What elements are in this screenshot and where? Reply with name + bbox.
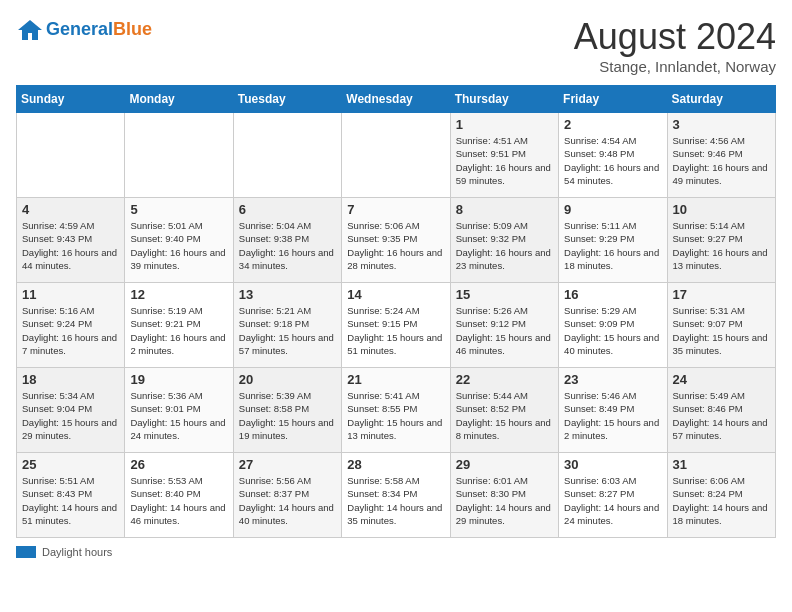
legend-box <box>16 546 36 558</box>
day-detail: Sunrise: 5:53 AM Sunset: 8:40 PM Dayligh… <box>130 474 227 527</box>
calendar-day-cell: 28Sunrise: 5:58 AM Sunset: 8:34 PM Dayli… <box>342 453 450 538</box>
day-detail: Sunrise: 5:04 AM Sunset: 9:38 PM Dayligh… <box>239 219 336 272</box>
day-number: 15 <box>456 287 553 302</box>
calendar-day-cell <box>233 113 341 198</box>
day-detail: Sunrise: 5:36 AM Sunset: 9:01 PM Dayligh… <box>130 389 227 442</box>
calendar-day-cell: 7Sunrise: 5:06 AM Sunset: 9:35 PM Daylig… <box>342 198 450 283</box>
calendar-day-cell: 17Sunrise: 5:31 AM Sunset: 9:07 PM Dayli… <box>667 283 775 368</box>
calendar-day-cell: 8Sunrise: 5:09 AM Sunset: 9:32 PM Daylig… <box>450 198 558 283</box>
calendar-week-row: 18Sunrise: 5:34 AM Sunset: 9:04 PM Dayli… <box>17 368 776 453</box>
day-number: 6 <box>239 202 336 217</box>
calendar-header-cell: Tuesday <box>233 86 341 113</box>
day-detail: Sunrise: 5:24 AM Sunset: 9:15 PM Dayligh… <box>347 304 444 357</box>
title-block: August 2024 Stange, Innlandet, Norway <box>574 16 776 75</box>
day-number: 16 <box>564 287 661 302</box>
day-detail: Sunrise: 5:19 AM Sunset: 9:21 PM Dayligh… <box>130 304 227 357</box>
day-detail: Sunrise: 5:58 AM Sunset: 8:34 PM Dayligh… <box>347 474 444 527</box>
calendar-header-cell: Wednesday <box>342 86 450 113</box>
day-number: 30 <box>564 457 661 472</box>
day-number: 4 <box>22 202 119 217</box>
calendar-day-cell: 12Sunrise: 5:19 AM Sunset: 9:21 PM Dayli… <box>125 283 233 368</box>
day-number: 2 <box>564 117 661 132</box>
day-detail: Sunrise: 5:46 AM Sunset: 8:49 PM Dayligh… <box>564 389 661 442</box>
calendar-week-row: 11Sunrise: 5:16 AM Sunset: 9:24 PM Dayli… <box>17 283 776 368</box>
calendar-day-cell: 22Sunrise: 5:44 AM Sunset: 8:52 PM Dayli… <box>450 368 558 453</box>
logo-icon <box>16 16 44 44</box>
calendar-day-cell: 6Sunrise: 5:04 AM Sunset: 9:38 PM Daylig… <box>233 198 341 283</box>
calendar-day-cell: 21Sunrise: 5:41 AM Sunset: 8:55 PM Dayli… <box>342 368 450 453</box>
day-detail: Sunrise: 5:41 AM Sunset: 8:55 PM Dayligh… <box>347 389 444 442</box>
calendar-day-cell: 23Sunrise: 5:46 AM Sunset: 8:49 PM Dayli… <box>559 368 667 453</box>
day-detail: Sunrise: 5:21 AM Sunset: 9:18 PM Dayligh… <box>239 304 336 357</box>
day-number: 20 <box>239 372 336 387</box>
day-detail: Sunrise: 5:31 AM Sunset: 9:07 PM Dayligh… <box>673 304 770 357</box>
calendar-day-cell: 2Sunrise: 4:54 AM Sunset: 9:48 PM Daylig… <box>559 113 667 198</box>
calendar-day-cell <box>125 113 233 198</box>
day-number: 21 <box>347 372 444 387</box>
day-detail: Sunrise: 5:29 AM Sunset: 9:09 PM Dayligh… <box>564 304 661 357</box>
day-number: 1 <box>456 117 553 132</box>
calendar-day-cell: 9Sunrise: 5:11 AM Sunset: 9:29 PM Daylig… <box>559 198 667 283</box>
calendar-day-cell: 20Sunrise: 5:39 AM Sunset: 8:58 PM Dayli… <box>233 368 341 453</box>
calendar-day-cell: 15Sunrise: 5:26 AM Sunset: 9:12 PM Dayli… <box>450 283 558 368</box>
calendar-header-cell: Sunday <box>17 86 125 113</box>
calendar-day-cell <box>342 113 450 198</box>
day-detail: Sunrise: 4:54 AM Sunset: 9:48 PM Dayligh… <box>564 134 661 187</box>
day-detail: Sunrise: 5:34 AM Sunset: 9:04 PM Dayligh… <box>22 389 119 442</box>
day-detail: Sunrise: 5:56 AM Sunset: 8:37 PM Dayligh… <box>239 474 336 527</box>
calendar-day-cell: 25Sunrise: 5:51 AM Sunset: 8:43 PM Dayli… <box>17 453 125 538</box>
calendar-week-row: 4Sunrise: 4:59 AM Sunset: 9:43 PM Daylig… <box>17 198 776 283</box>
legend: Daylight hours <box>16 546 776 558</box>
calendar-week-row: 25Sunrise: 5:51 AM Sunset: 8:43 PM Dayli… <box>17 453 776 538</box>
calendar-day-cell: 27Sunrise: 5:56 AM Sunset: 8:37 PM Dayli… <box>233 453 341 538</box>
calendar-week-row: 1Sunrise: 4:51 AM Sunset: 9:51 PM Daylig… <box>17 113 776 198</box>
day-detail: Sunrise: 5:11 AM Sunset: 9:29 PM Dayligh… <box>564 219 661 272</box>
day-detail: Sunrise: 4:51 AM Sunset: 9:51 PM Dayligh… <box>456 134 553 187</box>
day-detail: Sunrise: 5:16 AM Sunset: 9:24 PM Dayligh… <box>22 304 119 357</box>
day-number: 13 <box>239 287 336 302</box>
day-number: 11 <box>22 287 119 302</box>
calendar-day-cell: 1Sunrise: 4:51 AM Sunset: 9:51 PM Daylig… <box>450 113 558 198</box>
calendar-day-cell: 18Sunrise: 5:34 AM Sunset: 9:04 PM Dayli… <box>17 368 125 453</box>
day-detail: Sunrise: 5:09 AM Sunset: 9:32 PM Dayligh… <box>456 219 553 272</box>
calendar-day-cell: 29Sunrise: 6:01 AM Sunset: 8:30 PM Dayli… <box>450 453 558 538</box>
calendar-day-cell: 5Sunrise: 5:01 AM Sunset: 9:40 PM Daylig… <box>125 198 233 283</box>
day-detail: Sunrise: 6:01 AM Sunset: 8:30 PM Dayligh… <box>456 474 553 527</box>
logo-text: GeneralBlue <box>46 20 152 40</box>
day-number: 17 <box>673 287 770 302</box>
calendar-day-cell: 26Sunrise: 5:53 AM Sunset: 8:40 PM Dayli… <box>125 453 233 538</box>
day-detail: Sunrise: 5:14 AM Sunset: 9:27 PM Dayligh… <box>673 219 770 272</box>
calendar-header-cell: Friday <box>559 86 667 113</box>
day-number: 31 <box>673 457 770 472</box>
calendar-day-cell: 10Sunrise: 5:14 AM Sunset: 9:27 PM Dayli… <box>667 198 775 283</box>
day-number: 19 <box>130 372 227 387</box>
calendar-table: SundayMondayTuesdayWednesdayThursdayFrid… <box>16 85 776 538</box>
calendar-day-cell: 24Sunrise: 5:49 AM Sunset: 8:46 PM Dayli… <box>667 368 775 453</box>
day-detail: Sunrise: 5:44 AM Sunset: 8:52 PM Dayligh… <box>456 389 553 442</box>
calendar-header-row: SundayMondayTuesdayWednesdayThursdayFrid… <box>17 86 776 113</box>
day-detail: Sunrise: 5:06 AM Sunset: 9:35 PM Dayligh… <box>347 219 444 272</box>
day-number: 24 <box>673 372 770 387</box>
day-number: 8 <box>456 202 553 217</box>
day-number: 9 <box>564 202 661 217</box>
day-detail: Sunrise: 5:51 AM Sunset: 8:43 PM Dayligh… <box>22 474 119 527</box>
calendar-day-cell: 16Sunrise: 5:29 AM Sunset: 9:09 PM Dayli… <box>559 283 667 368</box>
calendar-header-cell: Thursday <box>450 86 558 113</box>
calendar-day-cell: 13Sunrise: 5:21 AM Sunset: 9:18 PM Dayli… <box>233 283 341 368</box>
day-number: 27 <box>239 457 336 472</box>
calendar-day-cell: 19Sunrise: 5:36 AM Sunset: 9:01 PM Dayli… <box>125 368 233 453</box>
day-detail: Sunrise: 5:49 AM Sunset: 8:46 PM Dayligh… <box>673 389 770 442</box>
day-number: 22 <box>456 372 553 387</box>
day-detail: Sunrise: 4:56 AM Sunset: 9:46 PM Dayligh… <box>673 134 770 187</box>
day-detail: Sunrise: 5:26 AM Sunset: 9:12 PM Dayligh… <box>456 304 553 357</box>
logo-line2: Blue <box>113 19 152 39</box>
day-detail: Sunrise: 5:01 AM Sunset: 9:40 PM Dayligh… <box>130 219 227 272</box>
day-number: 25 <box>22 457 119 472</box>
calendar-day-cell: 14Sunrise: 5:24 AM Sunset: 9:15 PM Dayli… <box>342 283 450 368</box>
calendar-header-cell: Saturday <box>667 86 775 113</box>
calendar-day-cell: 11Sunrise: 5:16 AM Sunset: 9:24 PM Dayli… <box>17 283 125 368</box>
logo-line1: General <box>46 19 113 39</box>
day-number: 3 <box>673 117 770 132</box>
calendar-day-cell: 31Sunrise: 6:06 AM Sunset: 8:24 PM Dayli… <box>667 453 775 538</box>
day-detail: Sunrise: 6:06 AM Sunset: 8:24 PM Dayligh… <box>673 474 770 527</box>
